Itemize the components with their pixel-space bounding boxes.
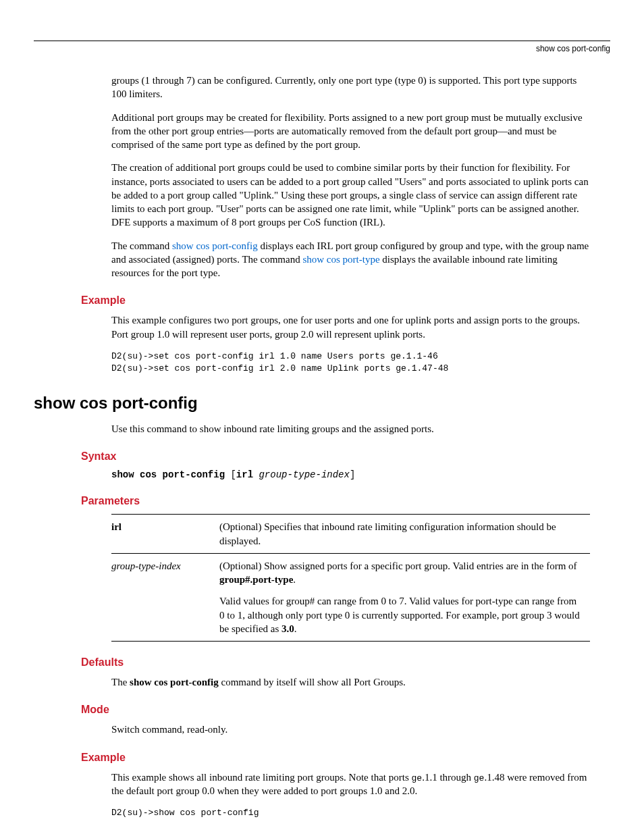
- example1-code: D2(su)->set cos port-config irl 1.0 name…: [111, 350, 590, 375]
- text: .1.1 through: [422, 772, 474, 783]
- example1-block: This example configures two port groups,…: [111, 313, 590, 375]
- example2-heading: Example: [81, 752, 610, 764]
- param-name: irl: [111, 515, 219, 554]
- example2-desc: This example shows all inbound rate limi…: [111, 771, 590, 798]
- param-desc: (Optional) Show assigned ports for a spe…: [219, 553, 590, 641]
- intro-block: groups (1 through 7) can be configured. …: [111, 74, 590, 280]
- table-row: group-type-index (Optional) Show assigne…: [111, 553, 590, 641]
- intro-p4: The command show cos port-config display…: [111, 239, 590, 280]
- text: command by itself will show all Port Gro…: [219, 677, 406, 687]
- text: The command: [111, 240, 172, 251]
- header-rule: [34, 41, 610, 41]
- param-desc-line2: Valid values for group# can range from 0…: [219, 594, 583, 635]
- command-desc: Use this command to show inbound rate li…: [111, 422, 590, 436]
- table-row: irl (Optional) Specifies that inbound ra…: [111, 515, 590, 554]
- syntax-heading: Syntax: [81, 450, 610, 463]
- text: Valid values for group# can range from 0…: [219, 596, 580, 634]
- mono-text: ge: [474, 773, 485, 783]
- param-name: group-type-index: [111, 553, 219, 641]
- syntax-arg: group-type-index: [259, 469, 349, 480]
- defaults-heading: Defaults: [81, 656, 610, 669]
- syntax-cmd: show cos port-config: [111, 469, 225, 480]
- example2-block: This example shows all inbound rate limi…: [111, 771, 590, 820]
- text: .: [293, 574, 296, 585]
- example1-desc: This example configures two port groups,…: [111, 313, 590, 341]
- param-desc: (Optional) Specifies that inbound rate l…: [219, 515, 590, 554]
- syntax-bracket-close: ]: [350, 469, 355, 480]
- param-desc-line1: (Optional) Show assigned ports for a spe…: [219, 559, 583, 587]
- syntax-keyword: irl: [236, 469, 253, 480]
- text: The: [111, 677, 130, 687]
- mode-desc: Switch command, read-only.: [111, 723, 590, 736]
- text-bold: show cos port-config: [130, 677, 219, 687]
- text: (Optional) Show assigned ports for a spe…: [219, 561, 577, 571]
- param-name-gti: group-type-index: [111, 561, 181, 571]
- syntax-bracket-open: [: [230, 469, 236, 480]
- parameters-heading: Parameters: [81, 495, 610, 507]
- text-bold: group#.port-type: [219, 574, 293, 585]
- intro-p2: Additional port groups may be created fo…: [111, 111, 590, 152]
- parameters-table: irl (Optional) Specifies that inbound ra…: [111, 514, 590, 642]
- defaults-block: The show cos port-config command by itse…: [111, 675, 590, 689]
- mode-heading: Mode: [81, 704, 610, 716]
- link-show-cos-port-type[interactable]: show cos port-type: [302, 254, 379, 265]
- example1-heading: Example: [81, 294, 610, 307]
- command-desc-block: Use this command to show inbound rate li…: [111, 422, 590, 436]
- link-show-cos-port-config[interactable]: show cos port-config: [172, 240, 258, 251]
- intro-p1: groups (1 through 7) can be configured. …: [111, 74, 590, 101]
- text: This example shows all inbound rate limi…: [111, 772, 412, 783]
- param-name-irl: irl: [111, 521, 122, 532]
- command-title: show cos port-config: [34, 394, 610, 413]
- defaults-desc: The show cos port-config command by itse…: [111, 675, 590, 689]
- mode-block: Switch command, read-only.: [111, 723, 590, 736]
- mono-text: ge: [412, 773, 423, 783]
- running-header: show cos port-config: [34, 44, 610, 53]
- text-bold: 3.0: [281, 623, 294, 634]
- example2-code: D2(su)->show cos port-config: [111, 807, 590, 819]
- intro-p3: The creation of additional port groups c…: [111, 161, 590, 229]
- text: .: [294, 623, 297, 634]
- syntax-line: show cos port-config [irl group-type-ind…: [111, 469, 610, 480]
